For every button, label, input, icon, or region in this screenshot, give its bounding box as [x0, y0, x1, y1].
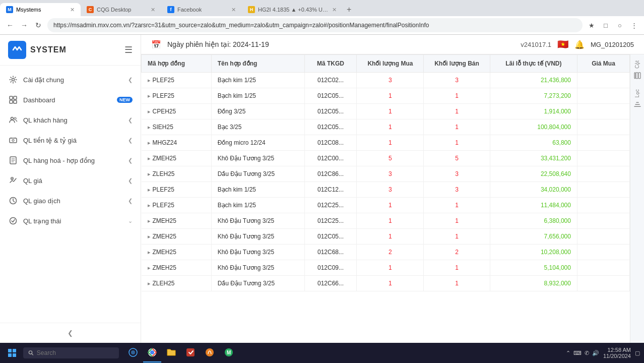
svg-rect-19: [13, 353, 16, 357]
notification-icon[interactable]: ▢: [635, 350, 640, 356]
main-content: Mã hợp đồng Tên hợp đồng Mã TKGD Khối lư…: [141, 54, 630, 343]
expand-button[interactable]: ▸: [148, 249, 151, 255]
sidebar-item-ql-giao-dich[interactable]: QL giao dịch ❮: [0, 191, 141, 211]
tab-label-cqg: CQG Desktop: [97, 7, 131, 13]
hamburger-icon[interactable]: ☰: [124, 44, 133, 55]
sidebar-item-ql-trang-thai[interactable]: QL trạng thái ⌄: [0, 211, 141, 231]
svg-point-0: [12, 79, 15, 81]
profile-icon[interactable]: ○: [614, 19, 626, 31]
cell-gia-mua: [577, 151, 629, 166]
taskbar-search-box[interactable]: [23, 347, 119, 358]
cell-lai-lo: 63,800: [490, 135, 577, 151]
collapse-icon: ❮: [68, 329, 73, 337]
extension-icon[interactable]: □: [600, 19, 612, 31]
columns-button[interactable]: Cột: [633, 58, 642, 81]
cell-gia-mua: [577, 260, 629, 276]
cell-lai-lo: 6,380,000: [490, 213, 577, 229]
taskbar-app-extra3[interactable]: M: [220, 343, 238, 362]
taskbar-app-icons: M: [124, 343, 238, 362]
bookmark-icon[interactable]: ★: [586, 19, 598, 31]
taskbar-search-input[interactable]: [37, 349, 114, 356]
svg-point-12: [10, 218, 17, 224]
sidebar-item-ql-tien-te[interactable]: QL tiền tệ & tỷ giá ❮: [0, 130, 141, 150]
cell-lai-lo: 10,208,000: [490, 245, 577, 260]
back-button[interactable]: ←: [4, 19, 16, 31]
sidebar-item-ql-hang-hoa[interactable]: QL hàng hoá - hợp đồng ❮: [0, 150, 141, 170]
sidebar-item-ql-gia[interactable]: QL giá ❮: [0, 170, 141, 191]
col-header-gia-mua: Giá Mua: [577, 55, 629, 73]
expand-button[interactable]: ▸: [148, 171, 151, 177]
expand-button[interactable]: ▸: [148, 108, 151, 114]
taskbar-clock[interactable]: 12:58 AM 11/20/2024: [603, 347, 631, 359]
table-row: ▸ZLEH25 Dầu Đậu Tương 3/25 012C66... 1 1…: [142, 276, 630, 291]
expand-button[interactable]: ▸: [148, 265, 151, 271]
url-input[interactable]: [47, 18, 583, 32]
taskbar-app-chrome[interactable]: [143, 343, 161, 362]
taskbar-app-extra2[interactable]: [201, 343, 219, 362]
menu-icon[interactable]: ⋮: [628, 19, 640, 31]
new-tab-button[interactable]: +: [343, 3, 355, 16]
expand-button[interactable]: ▸: [148, 77, 151, 83]
nav-label-ql-giao-dich: QL giao dịch: [23, 197, 123, 205]
cell-gia-mua: [577, 104, 629, 119]
version-label: v241017.1: [521, 41, 551, 48]
cell-gia-mua: [577, 198, 629, 213]
expand-button[interactable]: ▸: [148, 202, 151, 208]
expand-button[interactable]: ▸: [148, 218, 151, 224]
sidebar-collapse-button[interactable]: ❮: [0, 323, 141, 343]
cell-ma-tkgd: 012C08...: [304, 135, 357, 151]
expand-button[interactable]: ▸: [148, 124, 151, 130]
flag-icon: 🇻🇳: [557, 39, 568, 50]
chevron-up-icon[interactable]: ⌃: [566, 350, 570, 356]
taskbar-app-extra1[interactable]: [181, 343, 200, 362]
cell-kl-mua: 3: [357, 73, 424, 88]
wifi-icon[interactable]: ✆: [585, 350, 589, 356]
tab-cqg[interactable]: C CQG Desktop ✕: [81, 3, 161, 16]
expand-button[interactable]: ▸: [148, 93, 151, 99]
expand-button[interactable]: ▸: [148, 140, 151, 146]
tab-hg21[interactable]: H HG2I 4.1835 ▲ +0.43% Unnam... ✕: [242, 3, 343, 16]
expand-button[interactable]: ▸: [148, 155, 151, 161]
forward-button[interactable]: →: [18, 19, 30, 31]
expand-button[interactable]: ▸: [148, 187, 151, 193]
volume-icon[interactable]: 🔊: [592, 350, 599, 356]
cell-kl-ban: 1: [424, 198, 490, 213]
cell-ma-hop-dong: ▸MHGZ24: [142, 135, 212, 151]
cell-ma-hop-dong: ▸PLEF25: [142, 88, 212, 104]
positions-table: Mã hợp đồng Tên hợp đồng Mã TKGD Khối lư…: [141, 54, 630, 291]
filter-button[interactable]: Lọc: [633, 87, 642, 110]
bell-icon[interactable]: 🔔: [574, 40, 585, 49]
start-button[interactable]: [4, 345, 20, 361]
app-container: SYSTEM ☰ Cài đặt chung ❮: [0, 35, 644, 343]
badge-new: NEW: [117, 97, 133, 103]
tab-msystems[interactable]: M Msystems ✕: [0, 3, 81, 16]
cell-lai-lo: 100,804,000: [490, 119, 577, 135]
tab-close-facebook[interactable]: ✕: [231, 7, 236, 13]
tab-facebook[interactable]: f Facebook ✕: [161, 3, 242, 16]
expand-button[interactable]: ▸: [148, 233, 151, 239]
svg-rect-13: [638, 73, 640, 79]
tab-close-msystems[interactable]: ✕: [70, 7, 75, 13]
keyboard-icon[interactable]: ⌨: [573, 350, 582, 356]
nav-arrow-ql-tien-te: ❮: [128, 137, 133, 144]
cell-lai-lo: 5,104,000: [490, 260, 577, 276]
tab-close-hg21[interactable]: ✕: [332, 7, 337, 13]
money-icon: [8, 135, 18, 145]
taskbar-sys-icons: ⌃ ⌨ ✆ 🔊: [566, 350, 599, 356]
sidebar-item-cai-dat-chung[interactable]: Cài đặt chung ❮: [0, 70, 141, 90]
cell-gia-mua: [577, 119, 629, 135]
cell-kl-mua: 1: [357, 213, 424, 229]
taskbar-app-cortana[interactable]: [124, 343, 142, 362]
cell-gia-mua: [577, 135, 629, 151]
sidebar-item-dashboard[interactable]: Dashboard NEW: [0, 90, 141, 110]
cell-lai-lo: 21,436,800: [490, 73, 577, 88]
tab-label-facebook: Facebook: [177, 7, 202, 13]
table-row: ▸ZMEH25 Khô Đậu Tương 3/25 012C09... 1 1…: [142, 260, 630, 276]
sidebar-item-ql-khach-hang[interactable]: QL khách hàng ❮: [0, 110, 141, 130]
cell-ma-hop-dong: ▸PLEF25: [142, 198, 212, 213]
expand-button[interactable]: ▸: [148, 280, 151, 286]
refresh-button[interactable]: ↻: [32, 19, 44, 31]
taskbar-app-explorer[interactable]: [162, 343, 180, 362]
tab-close-cqg[interactable]: ✕: [151, 7, 155, 13]
browser-chrome: M Msystems ✕ C CQG Desktop ✕ f Facebook …: [0, 0, 644, 35]
